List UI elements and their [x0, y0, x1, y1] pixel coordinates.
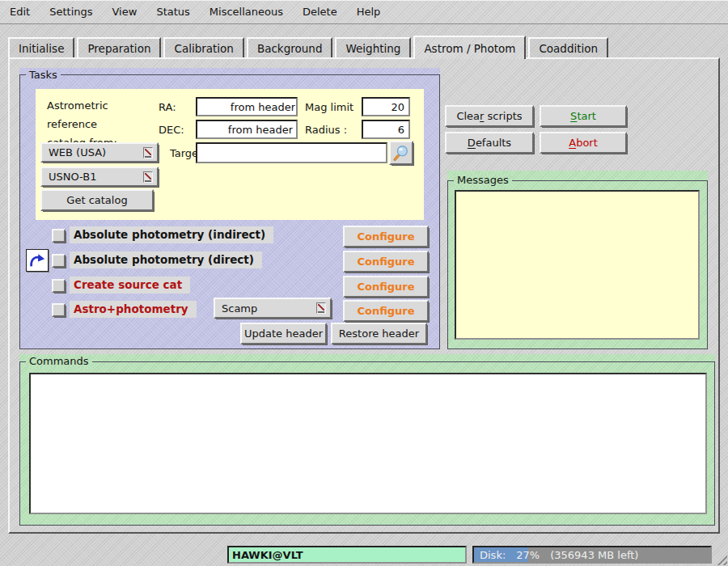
disk-usage-text: Disk: 27% (356943 MB left)	[474, 547, 710, 562]
menu-view[interactable]: View	[103, 6, 147, 18]
radius-input[interactable]	[362, 120, 410, 139]
configure-create-source-cat-button[interactable]: Configure	[343, 276, 429, 298]
label-create-source-cat: Create source cat	[70, 277, 190, 294]
radius-label: Radius :	[305, 124, 347, 137]
dec-label: DEC:	[159, 124, 184, 137]
dec-input[interactable]	[196, 120, 298, 139]
instrument-value: HAWKI@VLT	[232, 549, 303, 561]
commands-area[interactable]	[29, 373, 707, 514]
menu-help[interactable]: Help	[347, 6, 391, 18]
disk-usage-bar: Disk: 27% (356943 MB left)	[472, 546, 712, 564]
messages-area[interactable]	[455, 190, 700, 340]
messages-panel-title: Messages	[454, 174, 512, 187]
target-input[interactable]	[196, 142, 387, 163]
checkbox-astro-photometry[interactable]	[52, 303, 66, 317]
tab-initialise[interactable]: Initialise	[8, 37, 74, 57]
tab-weighting[interactable]: Weighting	[335, 37, 411, 57]
restore-header-button[interactable]: Restore header	[331, 323, 427, 344]
mag-limit-input[interactable]	[362, 97, 410, 116]
reference-catalog-dropdown[interactable]: USNO-B1	[40, 167, 159, 187]
resize-grip[interactable]	[713, 551, 727, 565]
checkbox-absolute-photometry-direct[interactable]	[52, 254, 66, 268]
dropdown-indicator-icon	[316, 302, 326, 314]
menubar: Edit Settings View Status Miscellaneous …	[0, 0, 728, 24]
ra-label: RA:	[159, 101, 176, 114]
catalog-server-value: WEB (USA)	[49, 146, 106, 158]
target-search-button[interactable]	[389, 141, 413, 165]
menu-status[interactable]: Status	[146, 6, 199, 18]
dropdown-indicator-icon	[143, 171, 153, 183]
menu-delete[interactable]: Delete	[293, 6, 347, 18]
tab-calibration[interactable]: Calibration	[163, 37, 243, 57]
defaults-button[interactable]: Defaults	[445, 132, 534, 154]
disk-label: Disk:	[480, 549, 506, 561]
update-header-button[interactable]: Update header	[240, 323, 327, 344]
astrometry-method-value: Scamp	[222, 302, 257, 315]
configure-absolute-photometry-indirect-button[interactable]: Configure	[343, 226, 429, 247]
menu-edit[interactable]: Edit	[0, 6, 40, 18]
tasks-panel: Tasks Astrometric reference catalog from…	[19, 68, 440, 349]
label-astro-photometry: Astro+photometry	[70, 301, 197, 318]
tab-preparation[interactable]: Preparation	[77, 37, 161, 57]
commands-panel: Commands	[19, 354, 715, 526]
checkbox-absolute-photometry-indirect[interactable]	[52, 229, 66, 243]
label-absolute-photometry-direct: Absolute photometry (direct)	[70, 251, 262, 268]
abort-button[interactable]: Abort	[540, 132, 627, 154]
ra-input[interactable]	[196, 97, 298, 116]
label-absolute-photometry-indirect: Absolute photometry (indirect)	[70, 226, 273, 243]
disk-detail: (356943 MB left)	[550, 549, 638, 561]
magnifier-icon	[392, 144, 410, 162]
reference-catalog-value: USNO-B1	[49, 171, 97, 183]
tabbar: Initialise Preparation Calibration Backg…	[8, 36, 611, 59]
menu-settings[interactable]: Settings	[40, 6, 102, 18]
tab-astrom-photom[interactable]: Astrom / Photom	[413, 36, 526, 59]
menu-miscellaneous[interactable]: Miscellaneous	[200, 6, 293, 18]
dropdown-indicator-icon	[143, 147, 153, 158]
context-help-button[interactable]	[26, 249, 49, 272]
mag-limit-label: Mag limit	[305, 101, 353, 114]
start-button[interactable]: Start	[540, 105, 627, 127]
clear-scripts-button[interactable]: Clear scripts	[445, 105, 534, 127]
app-window: Edit Settings View Status Miscellaneous …	[0, 0, 728, 566]
checkbox-create-source-cat[interactable]	[52, 279, 66, 293]
configure-absolute-photometry-direct-button[interactable]: Configure	[343, 251, 429, 272]
astrometry-method-dropdown[interactable]: Scamp	[214, 298, 332, 319]
instrument-field[interactable]: HAWKI@VLT	[227, 546, 467, 564]
tab-coaddition[interactable]: Coaddition	[528, 37, 608, 57]
tasks-panel-title: Tasks	[26, 69, 61, 82]
disk-percent: 27%	[516, 549, 540, 561]
catalog-box: Astrometric reference catalog from: RA: …	[36, 89, 424, 220]
get-catalog-button[interactable]: Get catalog	[40, 189, 154, 211]
tab-background[interactable]: Background	[247, 37, 333, 57]
catalog-server-dropdown[interactable]: WEB (USA)	[40, 142, 159, 163]
commands-panel-title: Commands	[26, 355, 92, 368]
curved-arrow-icon	[28, 251, 46, 269]
configure-astro-photometry-button[interactable]: Configure	[343, 300, 429, 322]
messages-panel: Messages	[447, 171, 708, 349]
